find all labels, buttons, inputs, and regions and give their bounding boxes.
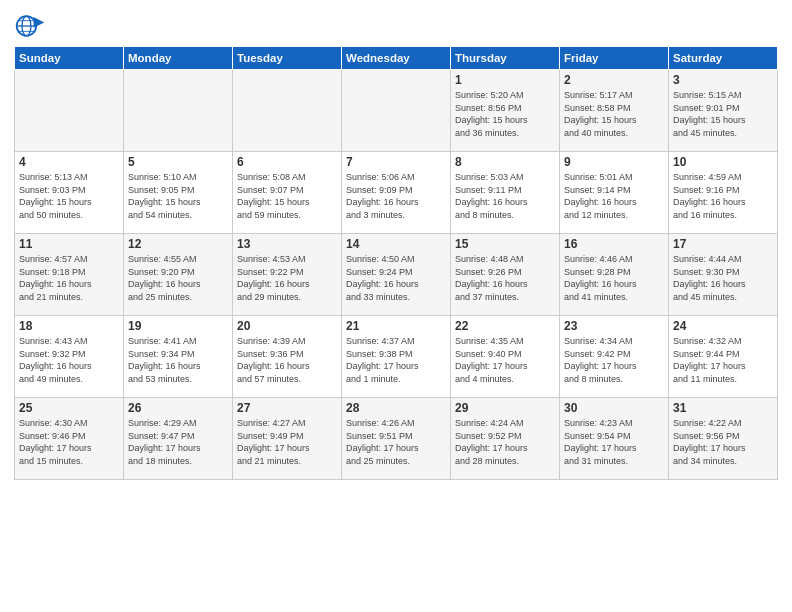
day-info: Sunrise: 4:50 AMSunset: 9:24 PMDaylight:… [346,253,446,303]
day-cell: 3Sunrise: 5:15 AMSunset: 9:01 PMDaylight… [669,70,778,152]
day-cell: 26Sunrise: 4:29 AMSunset: 9:47 PMDayligh… [124,398,233,480]
day-info: Sunrise: 4:27 AMSunset: 9:49 PMDaylight:… [237,417,337,467]
day-info: Sunrise: 5:01 AMSunset: 9:14 PMDaylight:… [564,171,664,221]
day-info: Sunrise: 4:29 AMSunset: 9:47 PMDaylight:… [128,417,228,467]
day-info: Sunrise: 5:03 AMSunset: 9:11 PMDaylight:… [455,171,555,221]
day-info: Sunrise: 4:39 AMSunset: 9:36 PMDaylight:… [237,335,337,385]
day-number: 10 [673,155,773,169]
day-cell: 20Sunrise: 4:39 AMSunset: 9:36 PMDayligh… [233,316,342,398]
day-number: 24 [673,319,773,333]
day-cell: 24Sunrise: 4:32 AMSunset: 9:44 PMDayligh… [669,316,778,398]
day-number: 4 [19,155,119,169]
day-info: Sunrise: 4:32 AMSunset: 9:44 PMDaylight:… [673,335,773,385]
day-info: Sunrise: 4:34 AMSunset: 9:42 PMDaylight:… [564,335,664,385]
day-number: 14 [346,237,446,251]
day-cell: 31Sunrise: 4:22 AMSunset: 9:56 PMDayligh… [669,398,778,480]
day-cell [233,70,342,152]
day-info: Sunrise: 5:10 AMSunset: 9:05 PMDaylight:… [128,171,228,221]
day-number: 8 [455,155,555,169]
week-row-5: 25Sunrise: 4:30 AMSunset: 9:46 PMDayligh… [15,398,778,480]
day-number: 19 [128,319,228,333]
header [14,10,778,42]
day-cell: 4Sunrise: 5:13 AMSunset: 9:03 PMDaylight… [15,152,124,234]
page: SundayMondayTuesdayWednesdayThursdayFrid… [0,0,792,612]
day-info: Sunrise: 4:22 AMSunset: 9:56 PMDaylight:… [673,417,773,467]
day-info: Sunrise: 4:55 AMSunset: 9:20 PMDaylight:… [128,253,228,303]
week-row-1: 1Sunrise: 5:20 AMSunset: 8:56 PMDaylight… [15,70,778,152]
day-number: 22 [455,319,555,333]
day-cell: 15Sunrise: 4:48 AMSunset: 9:26 PMDayligh… [451,234,560,316]
day-cell: 22Sunrise: 4:35 AMSunset: 9:40 PMDayligh… [451,316,560,398]
day-info: Sunrise: 5:13 AMSunset: 9:03 PMDaylight:… [19,171,119,221]
day-cell: 6Sunrise: 5:08 AMSunset: 9:07 PMDaylight… [233,152,342,234]
day-cell: 7Sunrise: 5:06 AMSunset: 9:09 PMDaylight… [342,152,451,234]
day-number: 3 [673,73,773,87]
day-info: Sunrise: 4:48 AMSunset: 9:26 PMDaylight:… [455,253,555,303]
day-number: 17 [673,237,773,251]
week-row-4: 18Sunrise: 4:43 AMSunset: 9:32 PMDayligh… [15,316,778,398]
weekday-header-friday: Friday [560,47,669,70]
day-cell: 16Sunrise: 4:46 AMSunset: 9:28 PMDayligh… [560,234,669,316]
day-info: Sunrise: 5:17 AMSunset: 8:58 PMDaylight:… [564,89,664,139]
day-info: Sunrise: 4:23 AMSunset: 9:54 PMDaylight:… [564,417,664,467]
day-cell: 30Sunrise: 4:23 AMSunset: 9:54 PMDayligh… [560,398,669,480]
day-info: Sunrise: 4:30 AMSunset: 9:46 PMDaylight:… [19,417,119,467]
day-info: Sunrise: 4:57 AMSunset: 9:18 PMDaylight:… [19,253,119,303]
day-cell: 19Sunrise: 4:41 AMSunset: 9:34 PMDayligh… [124,316,233,398]
day-cell: 21Sunrise: 4:37 AMSunset: 9:38 PMDayligh… [342,316,451,398]
day-number: 2 [564,73,664,87]
day-cell: 27Sunrise: 4:27 AMSunset: 9:49 PMDayligh… [233,398,342,480]
day-info: Sunrise: 4:24 AMSunset: 9:52 PMDaylight:… [455,417,555,467]
day-cell: 23Sunrise: 4:34 AMSunset: 9:42 PMDayligh… [560,316,669,398]
day-number: 20 [237,319,337,333]
day-info: Sunrise: 4:35 AMSunset: 9:40 PMDaylight:… [455,335,555,385]
day-cell [124,70,233,152]
day-cell: 1Sunrise: 5:20 AMSunset: 8:56 PMDaylight… [451,70,560,152]
day-cell: 8Sunrise: 5:03 AMSunset: 9:11 PMDaylight… [451,152,560,234]
day-cell: 25Sunrise: 4:30 AMSunset: 9:46 PMDayligh… [15,398,124,480]
day-number: 28 [346,401,446,415]
day-number: 7 [346,155,446,169]
day-info: Sunrise: 4:46 AMSunset: 9:28 PMDaylight:… [564,253,664,303]
svg-marker-6 [34,17,45,28]
day-number: 30 [564,401,664,415]
day-number: 31 [673,401,773,415]
day-cell: 9Sunrise: 5:01 AMSunset: 9:14 PMDaylight… [560,152,669,234]
day-cell: 28Sunrise: 4:26 AMSunset: 9:51 PMDayligh… [342,398,451,480]
day-cell: 12Sunrise: 4:55 AMSunset: 9:20 PMDayligh… [124,234,233,316]
day-number: 26 [128,401,228,415]
day-number: 6 [237,155,337,169]
day-number: 12 [128,237,228,251]
day-number: 15 [455,237,555,251]
day-number: 5 [128,155,228,169]
day-cell: 11Sunrise: 4:57 AMSunset: 9:18 PMDayligh… [15,234,124,316]
day-info: Sunrise: 4:44 AMSunset: 9:30 PMDaylight:… [673,253,773,303]
day-cell: 29Sunrise: 4:24 AMSunset: 9:52 PMDayligh… [451,398,560,480]
day-number: 21 [346,319,446,333]
day-number: 13 [237,237,337,251]
day-number: 16 [564,237,664,251]
day-number: 18 [19,319,119,333]
weekday-header-thursday: Thursday [451,47,560,70]
day-info: Sunrise: 4:37 AMSunset: 9:38 PMDaylight:… [346,335,446,385]
weekday-header-row: SundayMondayTuesdayWednesdayThursdayFrid… [15,47,778,70]
day-info: Sunrise: 4:26 AMSunset: 9:51 PMDaylight:… [346,417,446,467]
logo-icon [14,10,46,42]
day-cell: 10Sunrise: 4:59 AMSunset: 9:16 PMDayligh… [669,152,778,234]
week-row-2: 4Sunrise: 5:13 AMSunset: 9:03 PMDaylight… [15,152,778,234]
weekday-header-monday: Monday [124,47,233,70]
day-info: Sunrise: 5:08 AMSunset: 9:07 PMDaylight:… [237,171,337,221]
day-number: 11 [19,237,119,251]
day-cell: 14Sunrise: 4:50 AMSunset: 9:24 PMDayligh… [342,234,451,316]
day-cell: 17Sunrise: 4:44 AMSunset: 9:30 PMDayligh… [669,234,778,316]
day-cell: 2Sunrise: 5:17 AMSunset: 8:58 PMDaylight… [560,70,669,152]
day-cell: 13Sunrise: 4:53 AMSunset: 9:22 PMDayligh… [233,234,342,316]
day-info: Sunrise: 4:41 AMSunset: 9:34 PMDaylight:… [128,335,228,385]
day-info: Sunrise: 4:43 AMSunset: 9:32 PMDaylight:… [19,335,119,385]
day-info: Sunrise: 4:53 AMSunset: 9:22 PMDaylight:… [237,253,337,303]
day-cell [15,70,124,152]
weekday-header-wednesday: Wednesday [342,47,451,70]
logo [14,10,50,42]
day-number: 25 [19,401,119,415]
week-row-3: 11Sunrise: 4:57 AMSunset: 9:18 PMDayligh… [15,234,778,316]
